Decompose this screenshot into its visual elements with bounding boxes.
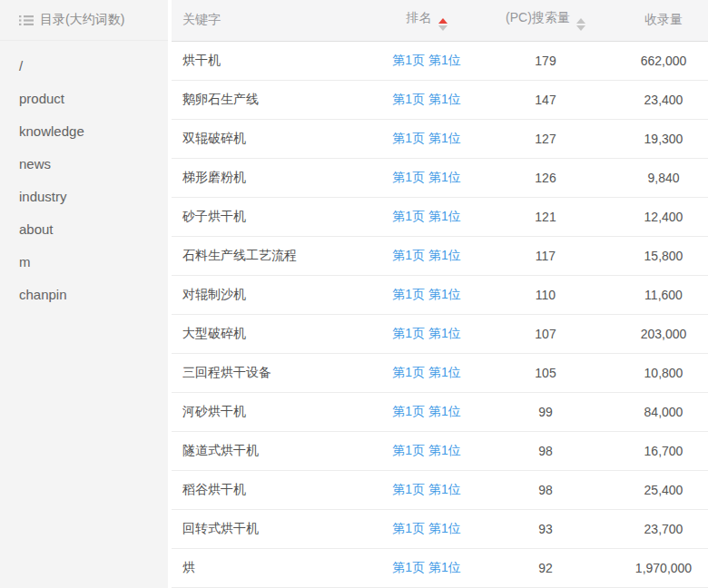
search-volume-cell: 117 <box>472 236 619 275</box>
search-volume-cell: 147 <box>472 80 619 119</box>
rank-cell: 第1页 第1位 <box>381 158 472 197</box>
sort-down-icon[interactable] <box>438 25 447 31</box>
sidebar-item[interactable]: / <box>0 49 168 82</box>
rank-cell: 第1页 第1位 <box>381 80 472 119</box>
search-volume-cell: 121 <box>472 197 619 236</box>
table-row: 石料生产线工艺流程 第1页 第1位 117 15,800 <box>172 236 708 275</box>
indexed-cell: 23,700 <box>619 509 708 548</box>
table-row: 烘干机 第1页 第1位 179 662,000 <box>172 41 708 80</box>
search-volume-cell: 127 <box>472 119 619 158</box>
rank-link[interactable]: 第1页 第1位 <box>392 248 460 262</box>
rank-link[interactable]: 第1页 第1位 <box>392 326 460 340</box>
search-volume-cell: 98 <box>472 470 619 509</box>
table-row: 砂子烘干机 第1页 第1位 121 12,400 <box>172 197 708 236</box>
table-row: 双辊破碎机 第1页 第1位 127 19,300 <box>172 119 708 158</box>
rank-cell: 第1页 第1位 <box>381 275 472 314</box>
keyword-cell: 大型破碎机 <box>172 314 381 353</box>
sort-down-icon[interactable] <box>576 25 585 31</box>
indexed-cell: 84,000 <box>619 392 708 431</box>
indexed-cell: 12,400 <box>619 197 708 236</box>
keyword-cell: 隧道式烘干机 <box>172 431 381 470</box>
rank-cell: 第1页 第1位 <box>381 548 472 587</box>
table-row: 对辊制沙机 第1页 第1位 110 11,600 <box>172 275 708 314</box>
indexed-cell: 9,840 <box>619 158 708 197</box>
sidebar-item[interactable]: knowledge <box>0 114 168 147</box>
sort-carets-rank-icon[interactable] <box>438 18 447 31</box>
rank-cell: 第1页 第1位 <box>381 470 472 509</box>
indexed-cell: 15,800 <box>619 236 708 275</box>
rank-link[interactable]: 第1页 第1位 <box>392 53 460 67</box>
rank-link[interactable]: 第1页 第1位 <box>392 365 460 379</box>
rank-link[interactable]: 第1页 第1位 <box>392 482 460 496</box>
rank-link[interactable]: 第1页 第1位 <box>392 287 460 301</box>
rank-link[interactable]: 第1页 第1位 <box>392 209 460 223</box>
column-header-search-volume[interactable]: (PC)搜索量 <box>472 0 619 41</box>
table-row: 回转式烘干机 第1页 第1位 93 23,700 <box>172 509 708 548</box>
keyword-cell: 烘干机 <box>172 41 381 80</box>
table-row: 大型破碎机 第1页 第1位 107 203,000 <box>172 314 708 353</box>
search-volume-cell: 98 <box>472 431 619 470</box>
column-header-indexed: 收录量 <box>619 0 708 41</box>
rank-link[interactable]: 第1页 第1位 <box>392 92 460 106</box>
search-volume-cell: 179 <box>472 41 619 80</box>
sidebar-item[interactable]: about <box>0 212 168 245</box>
sidebar-item[interactable]: industry <box>0 180 168 212</box>
rank-cell: 第1页 第1位 <box>381 392 472 431</box>
indexed-cell: 11,600 <box>619 275 708 314</box>
keyword-table: 关键字 排名 (PC)搜索量 收录量 烘干机 第1页 第1位 179 662,0… <box>172 0 708 588</box>
sidebar-title: 目录(大约词数) <box>40 12 124 28</box>
column-header-rank[interactable]: 排名 <box>381 0 472 41</box>
sidebar-item[interactable]: product <box>0 82 168 114</box>
list-bullets-icon <box>19 15 34 26</box>
table-body: 烘干机 第1页 第1位 179 662,000 鹅卵石生产线 第1页 第1位 1… <box>172 41 708 587</box>
table-row: 鹅卵石生产线 第1页 第1位 147 23,400 <box>172 80 708 119</box>
sort-up-icon[interactable] <box>576 18 585 24</box>
sidebar-directory-list: / product knowledge news industry about … <box>0 41 168 310</box>
keyword-cell: 双辊破碎机 <box>172 119 381 158</box>
keyword-cell: 三回程烘干设备 <box>172 353 381 392</box>
search-volume-cell: 92 <box>472 548 619 587</box>
indexed-cell: 203,000 <box>619 314 708 353</box>
rank-link[interactable]: 第1页 第1位 <box>392 560 460 574</box>
keyword-table-area: 关键字 排名 (PC)搜索量 收录量 烘干机 第1页 第1位 179 662,0… <box>172 0 708 588</box>
rank-link[interactable]: 第1页 第1位 <box>392 170 460 184</box>
keyword-cell: 石料生产线工艺流程 <box>172 236 381 275</box>
search-volume-cell: 126 <box>472 158 619 197</box>
indexed-cell: 1,970,000 <box>619 548 708 587</box>
table-row: 梯形磨粉机 第1页 第1位 126 9,840 <box>172 158 708 197</box>
indexed-cell: 10,800 <box>619 353 708 392</box>
sort-up-icon[interactable] <box>438 18 447 24</box>
table-header-row: 关键字 排名 (PC)搜索量 收录量 <box>172 0 708 41</box>
search-volume-cell: 110 <box>472 275 619 314</box>
indexed-cell: 23,400 <box>619 80 708 119</box>
rank-cell: 第1页 第1位 <box>381 197 472 236</box>
rank-cell: 第1页 第1位 <box>381 509 472 548</box>
search-volume-cell: 93 <box>472 509 619 548</box>
table-row: 三回程烘干设备 第1页 第1位 105 10,800 <box>172 353 708 392</box>
keyword-cell: 鹅卵石生产线 <box>172 80 381 119</box>
rank-cell: 第1页 第1位 <box>381 119 472 158</box>
rank-link[interactable]: 第1页 第1位 <box>392 404 460 418</box>
rank-cell: 第1页 第1位 <box>381 431 472 470</box>
rank-link[interactable]: 第1页 第1位 <box>392 443 460 457</box>
sidebar-item[interactable]: news <box>0 147 168 180</box>
table-row: 河砂烘干机 第1页 第1位 99 84,000 <box>172 392 708 431</box>
rank-cell: 第1页 第1位 <box>381 41 472 80</box>
column-header-keyword: 关键字 <box>172 0 381 41</box>
keyword-cell: 河砂烘干机 <box>172 392 381 431</box>
keyword-cell: 梯形磨粉机 <box>172 158 381 197</box>
rank-link[interactable]: 第1页 第1位 <box>392 131 460 145</box>
table-row: 隧道式烘干机 第1页 第1位 98 16,700 <box>172 431 708 470</box>
sort-carets-search-icon[interactable] <box>576 18 585 31</box>
seo-keyword-panel: 目录(大约词数) / product knowledge news indust… <box>0 0 708 588</box>
search-volume-cell: 105 <box>472 353 619 392</box>
sidebar-item[interactable]: m <box>0 245 168 278</box>
table-row: 烘 第1页 第1位 92 1,970,000 <box>172 548 708 587</box>
indexed-cell: 19,300 <box>619 119 708 158</box>
keyword-cell: 稻谷烘干机 <box>172 470 381 509</box>
rank-link[interactable]: 第1页 第1位 <box>392 521 460 535</box>
keyword-cell: 烘 <box>172 548 381 587</box>
sidebar-item[interactable]: chanpin <box>0 278 168 310</box>
rank-cell: 第1页 第1位 <box>381 236 472 275</box>
search-volume-cell: 99 <box>472 392 619 431</box>
